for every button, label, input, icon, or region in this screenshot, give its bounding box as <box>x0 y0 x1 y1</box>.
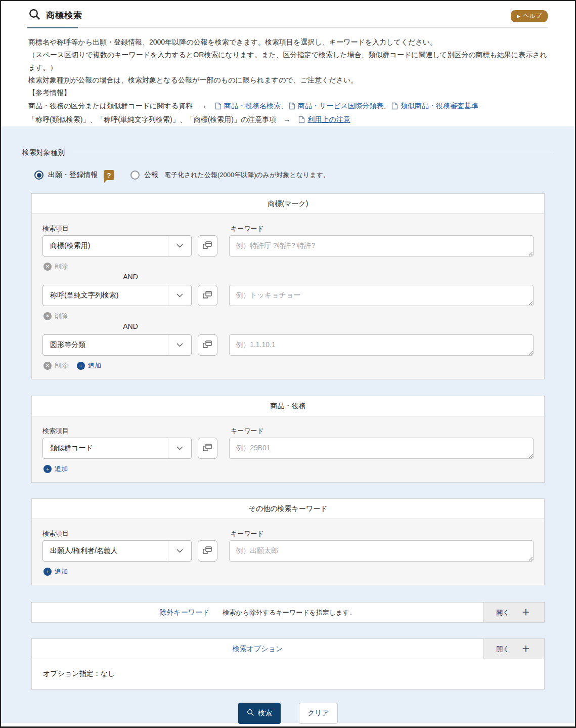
radio-gazette[interactable] <box>130 170 140 180</box>
search-button-label: 検索 <box>258 709 272 718</box>
field-label: 検索項目 <box>42 426 231 435</box>
search-row: 商標(検索用) <box>42 235 534 256</box>
delete-circle-icon: ✕ <box>43 312 52 320</box>
reference-heading: 【参考情報】 <box>28 87 548 99</box>
field-list-popup-button[interactable] <box>198 438 218 459</box>
radio-gazette-label: 公報 <box>144 170 158 180</box>
link-similar-goods-examination-standards[interactable]: 類似商品・役務審査基準 <box>401 99 478 113</box>
intro-text: 商標名や称呼等から出願・登録情報、2000年以降の公報を検索できます。検索項目を… <box>28 28 548 126</box>
form-actions: 検索 クリア <box>22 703 554 724</box>
intro-line-1: 商標名や称呼等から出願・登録情報、2000年以降の公報を検索できます。検索項目を… <box>28 36 548 49</box>
field-select-figure-classification[interactable]: 図形等分類 <box>42 334 192 356</box>
delete-row-button[interactable]: 削除 <box>55 361 68 370</box>
plus-icon: ＋ <box>520 642 532 654</box>
delete-row-button[interactable]: 削除 <box>55 312 68 321</box>
window-list-icon <box>202 339 213 351</box>
keyword-textarea-pronunciation[interactable] <box>229 285 534 306</box>
radio-application-registration-label: 出願・登録情報 <box>48 170 98 180</box>
chevron-down-icon <box>168 236 191 256</box>
search-row: 出願人/権利者/名義人 <box>42 540 534 562</box>
exclude-keywords-description: 検索から除外するキーワードを指定します。 <box>223 608 356 617</box>
intro-line-2: （スペース区切りで複数のキーワードを入力するとOR検索になります。また、区分指定… <box>28 49 548 61</box>
delete-row-button[interactable]: 削除 <box>55 262 68 271</box>
plus-icon: ＋ <box>520 606 532 618</box>
and-operator-label: AND <box>42 272 218 282</box>
delete-circle-icon: ✕ <box>43 362 52 370</box>
help-button-label: ヘルプ <box>523 12 542 20</box>
search-options-title: 検索オプション <box>233 645 283 654</box>
field-list-popup-button[interactable] <box>198 235 218 256</box>
window-list-icon <box>202 290 213 302</box>
add-circle-icon: ＋ <box>77 362 85 370</box>
exclude-keywords-open-button[interactable]: 開く ＋ <box>483 603 544 622</box>
add-circle-icon: ＋ <box>43 465 52 473</box>
search-row: 称呼(単純文字列検索) <box>42 285 534 306</box>
window-list-icon <box>202 240 213 252</box>
keyword-label: キーワード <box>231 529 264 537</box>
field-label: 検索項目 <box>42 224 231 232</box>
search-options-summary: オプション指定：なし <box>31 659 545 690</box>
window-list-icon <box>202 545 213 557</box>
radio-application-registration[interactable] <box>34 170 43 180</box>
chevron-down-icon <box>168 335 191 355</box>
question-tooltip-icon[interactable]: ? <box>104 170 114 180</box>
help-arrow-icon: ▶ <box>517 14 520 19</box>
keyword-textarea-figure[interactable] <box>229 334 534 356</box>
link-goods-service-name-search[interactable]: 商品・役務名検索 <box>224 99 281 113</box>
search-row: 類似群コード <box>42 438 534 459</box>
arrow-icon: → <box>200 99 207 113</box>
link-intl-classification-table[interactable]: 商品・サービス国際分類表 <box>298 99 383 113</box>
field-label: 検索項目 <box>42 529 231 537</box>
field-select-pronunciation[interactable]: 称呼(単純文字列検索) <box>42 285 192 306</box>
target-type-label: 検索対象種別 <box>22 148 65 157</box>
document-icon <box>215 102 221 110</box>
other-keywords-section-title: その他の検索キーワード <box>32 499 544 519</box>
search-row: 図形等分類 <box>42 334 534 356</box>
keyword-label: キーワード <box>231 224 264 232</box>
document-icon <box>289 102 295 110</box>
page-title: 商標検索 <box>46 10 82 21</box>
field-list-popup-button[interactable] <box>198 540 218 562</box>
add-circle-icon: ＋ <box>43 568 52 576</box>
delete-circle-icon: ✕ <box>43 263 52 271</box>
intro-line-4: 検索対象種別が公報の場合は、検索対象となる公報が一部のものに限られますので、ご注… <box>28 74 548 87</box>
add-row-button[interactable]: ＋ 追加 <box>77 361 101 370</box>
document-icon <box>298 116 305 123</box>
search-options-bar: 検索オプション 開く ＋ <box>31 638 545 659</box>
and-operator-label: AND <box>42 321 218 331</box>
trademark-search-page: 商標検索 ▶ ヘルプ 商標名や称呼等から出願・登録情報、2000年以降の公報を検… <box>0 0 576 728</box>
exclude-keywords-bar: 除外キーワード 検索から除外するキーワードを指定します。 開く ＋ <box>31 602 545 623</box>
trademark-mark-section: 商標(マーク) 検索項目 キーワード 商標(検索用) <box>31 193 545 379</box>
trademark-mark-section-title: 商標(マーク) <box>32 194 544 214</box>
divider-line <box>73 153 554 153</box>
other-keywords-section: その他の検索キーワード 検索項目 キーワード 出願人/権利者/名義人 <box>31 498 545 585</box>
page-header: 商標検索 ▶ ヘルプ 商標名や称呼等から出願・登録情報、2000年以降の公報を検… <box>1 1 575 126</box>
chevron-down-icon <box>168 285 191 306</box>
goods-services-section-title: 商品・役務 <box>32 396 544 416</box>
search-button-icon <box>247 709 254 718</box>
search-icon <box>28 8 41 23</box>
field-select-applicant[interactable]: 出願人/権利者/名義人 <box>42 540 192 562</box>
add-row-button[interactable]: ＋ 追加 <box>43 567 68 576</box>
keyword-textarea-applicant[interactable] <box>229 540 534 562</box>
field-select-trademark[interactable]: 商標(検索用) <box>42 235 192 256</box>
field-select-similar-group-code[interactable]: 類似群コード <box>42 438 192 459</box>
field-list-popup-button[interactable] <box>198 334 218 356</box>
search-button[interactable]: 検索 <box>238 703 281 724</box>
help-button[interactable]: ▶ ヘルプ <box>511 10 548 22</box>
search-options-open-button[interactable]: 開く ＋ <box>483 639 544 659</box>
keyword-textarea-trademark[interactable] <box>229 235 534 256</box>
clear-button[interactable]: クリア <box>299 703 338 724</box>
goods-services-section: 商品・役務 検索項目 キーワード 類似群コード <box>31 396 545 483</box>
arrow-icon: → <box>283 113 290 126</box>
search-form-area: 検索対象種別 出願・登録情報 ? 公報 電子化された公報(2000年以降)のみが… <box>1 126 575 723</box>
keyword-textarea-similar-group-code[interactable] <box>229 438 534 459</box>
target-type-group: 検索対象種別 出願・登録情報 ? 公報 電子化された公報(2000年以降)のみが… <box>22 148 554 181</box>
link-usage-notes[interactable]: 利用上の注意 <box>307 113 350 126</box>
document-icon <box>391 102 398 110</box>
open-label: 開く <box>496 608 509 617</box>
field-list-popup-button[interactable] <box>198 285 218 306</box>
window-list-icon <box>202 443 213 454</box>
exclude-keywords-title: 除外キーワード <box>159 608 209 617</box>
add-row-button[interactable]: ＋ 追加 <box>43 464 68 474</box>
